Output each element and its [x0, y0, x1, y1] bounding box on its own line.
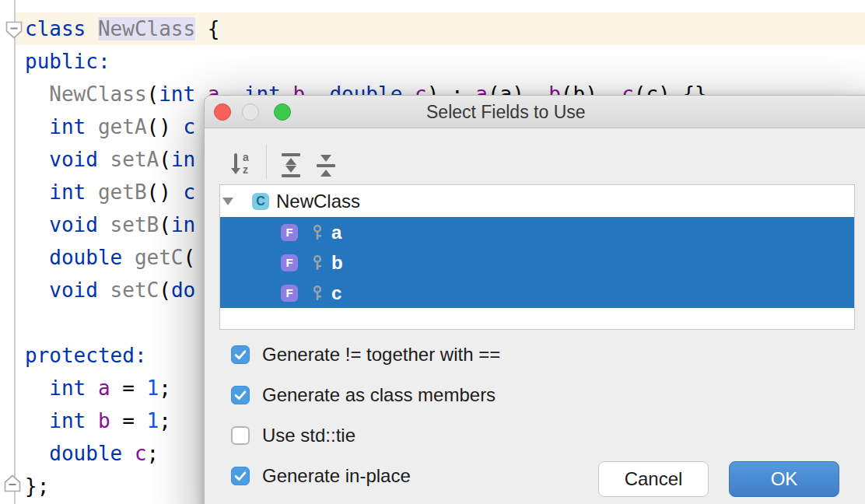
fold-start-icon[interactable] [5, 21, 23, 42]
option-row[interactable]: Use std::tie [231, 426, 355, 445]
code-line: double getC( [25, 241, 195, 274]
close-window-icon[interactable] [214, 103, 231, 121]
code-token: int [49, 376, 86, 400]
code-token: ( [159, 148, 171, 171]
code-line: void setA(in [25, 143, 195, 176]
option-label: Generate as class members [262, 384, 496, 406]
code-token: b [98, 409, 110, 432]
code-token: () [147, 180, 184, 204]
code-token: 1 [147, 409, 159, 432]
code-token: double [49, 246, 122, 269]
code-token: int [49, 409, 86, 432]
checkbox[interactable] [231, 345, 250, 364]
code-token: ( [184, 246, 196, 269]
fold-end-icon[interactable] [4, 474, 21, 495]
code-token: () [147, 115, 184, 138]
code-token: getC [135, 246, 184, 269]
code-token: int [49, 180, 86, 204]
minimize-window-icon[interactable] [242, 103, 259, 121]
code-token: ; [159, 376, 171, 400]
dialog-titlebar[interactable]: Select Fields to Use [205, 96, 865, 128]
code-token: c [184, 180, 196, 204]
code-token [86, 115, 98, 138]
code-line: double c; [25, 437, 159, 470]
code-token: }; [25, 474, 49, 498]
code-token: a [98, 376, 110, 400]
checkbox[interactable] [231, 386, 250, 404]
gutter-separator [14, 0, 16, 504]
field-name: b [331, 252, 343, 274]
code-token: ; [147, 442, 159, 465]
zoom-window-icon[interactable] [274, 103, 291, 121]
code-token [122, 246, 135, 269]
field-name: c [331, 282, 341, 304]
screen: class NewClass {public: NewClass(int a, … [0, 0, 865, 504]
code-token: getB [98, 180, 147, 204]
sort-alphabetically-icon[interactable]: a z [231, 152, 254, 177]
dialog-title: Select Fields to Use [426, 96, 586, 128]
tree-row-field[interactable]: F c [220, 278, 854, 308]
tree-row-field[interactable]: F a [220, 217, 854, 247]
option-label: Generate != together with == [262, 344, 500, 366]
code-token: setB [110, 213, 159, 236]
code-token [25, 213, 49, 236]
code-token: ( [159, 213, 171, 236]
code-line: int a = 1; [25, 372, 171, 404]
toolbar-separator [266, 145, 267, 179]
code-token [86, 409, 98, 432]
key-icon [311, 285, 324, 302]
code-token [25, 409, 49, 432]
code-token: c [184, 115, 196, 138]
code-token: protected: [25, 344, 147, 367]
code-token: class [25, 17, 86, 40]
code-line: int getB() c [25, 176, 195, 208]
checkbox[interactable] [231, 426, 250, 445]
tree-root-label: NewClass [276, 191, 360, 212]
code-token: ( [159, 278, 171, 302]
code-token: in [171, 148, 195, 171]
ok-button[interactable]: OK [729, 461, 839, 497]
code-token [25, 115, 49, 138]
code-line: int getA() c [25, 110, 195, 143]
code-line: int b = 1; [25, 404, 171, 437]
code-token [25, 180, 49, 204]
cancel-button[interactable]: Cancel [598, 461, 709, 497]
tree-row-field[interactable]: F b [220, 247, 854, 278]
tree-row-class[interactable]: C NewClass [220, 185, 854, 217]
code-line: void setC(do [25, 274, 195, 306]
code-token: void [49, 213, 98, 236]
code-line: public: [25, 45, 110, 78]
code-token: setC [110, 278, 159, 302]
code-token: ( [147, 82, 159, 106]
code-token: = [110, 409, 147, 432]
code-token: int [49, 115, 86, 138]
code-token [25, 278, 49, 302]
chevron-down-icon[interactable] [222, 198, 233, 205]
code-token: 1 [147, 376, 159, 400]
code-line: class NewClass { [25, 12, 219, 45]
select-fields-dialog: Select Fields to Use a z [204, 95, 865, 504]
option-row[interactable]: Generate as class members [231, 386, 496, 404]
fields-tree: C NewClass F a F b F [219, 184, 855, 330]
code-token: getA [98, 115, 147, 138]
code-token [25, 376, 49, 400]
option-row[interactable]: Generate != together with == [231, 345, 500, 364]
code-token [86, 376, 98, 400]
code-line: protected: [25, 339, 147, 372]
key-icon [311, 224, 324, 241]
dialog-toolbar: a z [205, 129, 865, 179]
checkbox[interactable] [231, 467, 250, 485]
code-line: void setB(in [25, 208, 195, 241]
code-token [98, 278, 110, 302]
option-row[interactable]: Generate in-place [231, 467, 411, 485]
code-token: do [171, 278, 195, 302]
code-token: c [135, 442, 147, 465]
code-token: ; [159, 409, 171, 432]
code-token: { [195, 17, 219, 40]
code-token [86, 17, 98, 40]
code-token [25, 442, 49, 465]
code-token: public: [25, 50, 110, 73]
code-token [98, 148, 110, 171]
code-token: void [49, 278, 98, 302]
code-token [86, 180, 98, 204]
